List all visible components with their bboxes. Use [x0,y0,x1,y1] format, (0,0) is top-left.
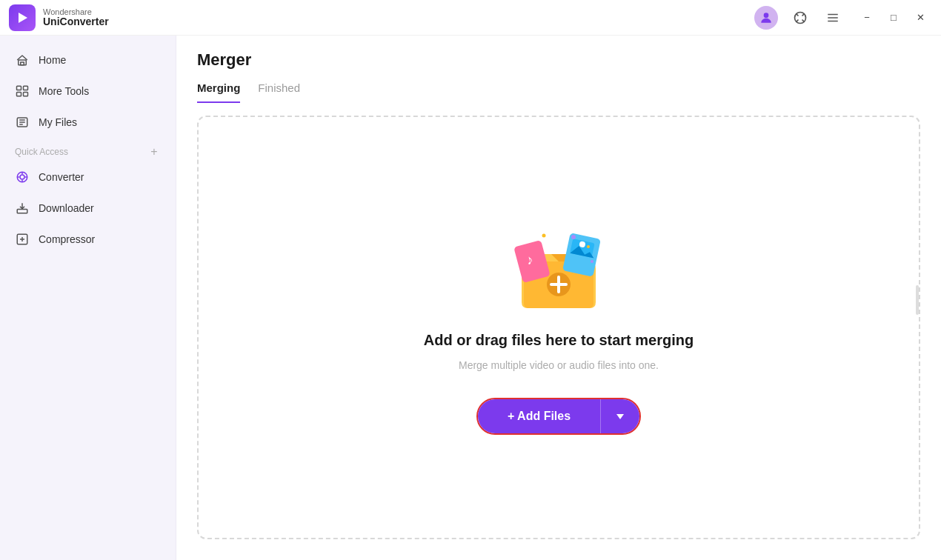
page-title: Merger [197,50,920,70]
app-body: Home More Tools My Files [0,36,941,560]
svg-point-1 [764,13,769,18]
add-files-container: + Add Files [476,398,641,435]
sidebar-my-files-label: My Files [39,116,77,128]
sidebar-item-compressor[interactable]: Compressor [0,224,176,255]
user-avatar[interactable] [754,6,778,30]
sidebar-item-home[interactable]: Home [0,44,176,76]
svg-rect-10 [17,93,21,96]
sidebar-item-converter[interactable]: Converter [0,161,176,193]
support-icon[interactable] [790,7,811,28]
more-tools-icon [15,84,30,99]
app-branding: Wondershare UniConverter [9,4,109,31]
folder-illustration: ♪ [511,221,607,317]
page-header: Merger Merging Finished [176,36,941,104]
svg-rect-11 [24,93,28,96]
scrollbar-handle [916,285,919,315]
tab-finished[interactable]: Finished [258,81,300,103]
sidebar-item-downloader[interactable]: Downloader [0,193,176,224]
compressor-icon [15,232,30,247]
title-bar: Wondershare UniConverter − □ [0,0,941,36]
main-content: Merger Merging Finished [176,36,941,560]
svg-point-29 [587,245,590,248]
app-name: Wondershare UniConverter [43,7,109,27]
my-files-icon [15,115,30,130]
sidebar-downloader-label: Downloader [39,202,94,214]
minimize-button[interactable]: − [855,7,879,28]
add-files-dropdown-button[interactable] [600,399,639,433]
svg-rect-15 [17,210,27,213]
home-icon [15,53,30,67]
add-files-label: + Add Files [508,410,571,423]
sidebar-home-label: Home [39,54,66,66]
quick-access-header: Quick Access + [0,138,176,161]
app-logo-icon [9,4,36,31]
sidebar-converter-label: Converter [39,171,84,183]
svg-marker-0 [19,13,27,23]
drop-zone-title: Add or drag files here to start merging [424,332,694,349]
close-button[interactable]: ✕ [908,7,932,28]
sidebar-compressor-label: Compressor [39,233,95,245]
svg-point-31 [591,260,593,263]
svg-point-14 [20,175,24,179]
maximize-button[interactable]: □ [882,7,905,28]
tabs: Merging Finished [197,81,920,104]
svg-rect-8 [17,86,21,90]
svg-rect-9 [24,86,28,90]
quick-access-add-button[interactable]: + [147,145,161,159]
add-files-button[interactable]: + Add Files [478,399,600,433]
drop-zone-subtitle: Merge multiple video or audio files into… [459,359,659,371]
sidebar: Home More Tools My Files [0,36,176,560]
app-name-bottom: UniConverter [43,16,109,27]
downloader-icon [15,201,30,216]
window-controls: − □ ✕ [855,7,932,28]
svg-marker-32 [616,414,624,419]
sidebar-item-more-tools[interactable]: More Tools [0,76,176,107]
svg-point-30 [542,233,546,237]
svg-rect-7 [21,62,24,65]
sidebar-more-tools-label: More Tools [39,85,89,97]
drop-zone[interactable]: ♪ [197,116,920,539]
quick-access-label: Quick Access [15,147,68,157]
tab-merging[interactable]: Merging [197,81,240,103]
menu-icon[interactable] [822,7,843,28]
converter-icon [15,170,30,184]
drop-zone-wrapper: ♪ [176,104,941,560]
svg-point-28 [571,235,576,239]
title-bar-actions: − □ ✕ [754,6,932,30]
sidebar-item-my-files[interactable]: My Files [0,107,176,138]
